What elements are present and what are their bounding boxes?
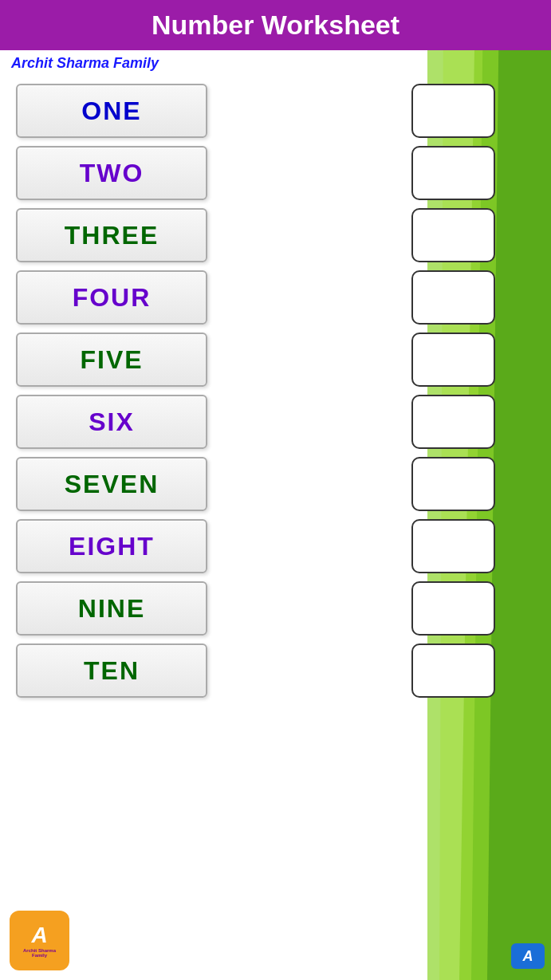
- answer-box-three[interactable]: [411, 208, 495, 262]
- bottom-logo-letter: A: [523, 948, 533, 965]
- number-row: FOUR: [0, 266, 551, 329]
- word-label-three: THREE: [65, 221, 159, 250]
- word-box-six: SIX: [16, 395, 207, 449]
- answer-box-five[interactable]: [411, 333, 495, 387]
- number-row: TEN: [0, 640, 551, 702]
- number-row: SIX: [0, 391, 551, 453]
- number-row: EIGHT: [0, 515, 551, 577]
- number-row: FIVE: [0, 329, 551, 391]
- word-box-three: THREE: [16, 208, 207, 262]
- answer-box-four[interactable]: [411, 270, 495, 325]
- word-box-two: TWO: [16, 146, 207, 200]
- number-row: NINE: [0, 577, 551, 640]
- logo-text: Archit SharmaFamily: [23, 948, 56, 958]
- answer-box-seven[interactable]: [411, 457, 495, 511]
- page-title: Number Worksheet: [152, 10, 399, 40]
- word-label-nine: NINE: [78, 594, 145, 624]
- word-label-seven: SEVEN: [65, 470, 159, 499]
- word-box-nine: NINE: [16, 581, 207, 636]
- word-label-eight: EIGHT: [69, 532, 155, 561]
- word-box-ten: TEN: [16, 643, 207, 698]
- word-label-ten: TEN: [84, 656, 140, 686]
- bottom-logo: A: [511, 943, 545, 969]
- number-row: TWO: [0, 142, 551, 204]
- word-box-four: FOUR: [16, 270, 207, 325]
- word-box-seven: SEVEN: [16, 457, 207, 511]
- word-label-four: FOUR: [73, 283, 152, 313]
- word-box-eight: EIGHT: [16, 519, 207, 573]
- subtitle: Archit Sharma Family: [0, 50, 551, 77]
- answer-box-two[interactable]: [411, 146, 495, 200]
- answer-box-six[interactable]: [411, 395, 495, 449]
- word-label-six: SIX: [89, 407, 135, 437]
- logo-letter: A: [31, 924, 47, 947]
- answer-box-eight[interactable]: [411, 519, 495, 573]
- number-row: ONE: [0, 80, 551, 142]
- word-label-one: ONE: [81, 96, 141, 126]
- logo: A Archit SharmaFamily: [10, 911, 69, 970]
- word-box-five: FIVE: [16, 333, 207, 387]
- header: Number Worksheet: [0, 0, 551, 50]
- answer-box-nine[interactable]: [411, 581, 495, 636]
- word-label-five: FIVE: [80, 345, 143, 375]
- number-row: SEVEN: [0, 453, 551, 515]
- answer-box-one[interactable]: [411, 84, 495, 138]
- number-list: ONETWOTHREEFOURFIVESIXSEVENEIGHTNINETEN: [0, 77, 551, 705]
- number-row: THREE: [0, 204, 551, 266]
- answer-box-ten[interactable]: [411, 643, 495, 698]
- word-label-two: TWO: [80, 159, 144, 188]
- word-box-one: ONE: [16, 84, 207, 138]
- page: Number Worksheet Archit Sharma Family ON…: [0, 0, 551, 980]
